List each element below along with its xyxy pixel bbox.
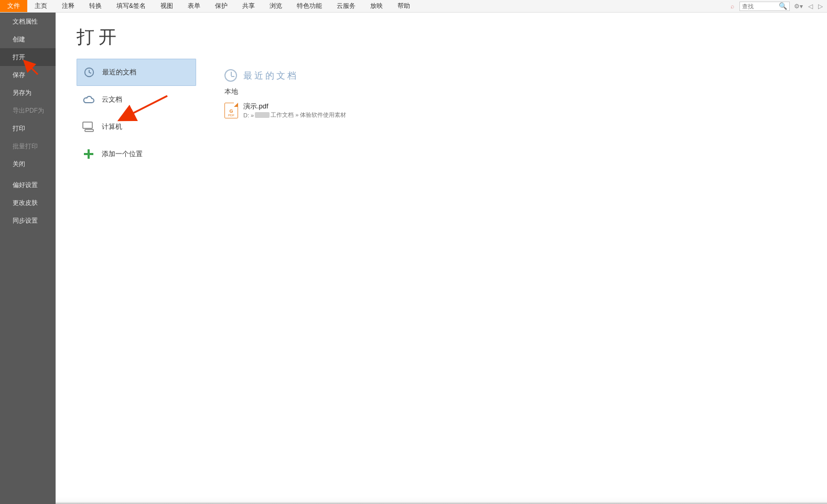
svg-rect-4 bbox=[84, 153, 93, 155]
open-option-computer[interactable]: 计算机 bbox=[77, 113, 196, 140]
open-option-label: 计算机 bbox=[102, 122, 122, 132]
sidebar-item-save-as[interactable]: 另存为 bbox=[0, 84, 56, 102]
local-section-label: 本地 bbox=[224, 87, 811, 96]
menubar-right: ⌕ 🔍 ⚙▾ ◁ ▷ bbox=[728, 0, 827, 12]
nav-prev-icon[interactable]: ◁ bbox=[807, 3, 814, 10]
nav-next-icon[interactable]: ▷ bbox=[817, 3, 824, 10]
svg-rect-2 bbox=[85, 129, 93, 132]
recent-docs-header: 最近的文档 bbox=[243, 70, 298, 82]
menu-tab-home[interactable]: 主页 bbox=[27, 0, 55, 12]
main-area: 文档属性 创建 打开 保存 另存为 导出PDF为 打印 批量打印 关闭 偏好设置… bbox=[0, 13, 827, 504]
clock-icon bbox=[224, 69, 237, 82]
search-box[interactable]: 🔍 bbox=[739, 2, 790, 11]
open-option-label: 最近的文档 bbox=[102, 68, 136, 77]
computer-icon bbox=[82, 120, 95, 134]
sidebar-item-export-pdf[interactable]: 导出PDF为 bbox=[0, 102, 56, 119]
sidebar-item-sync[interactable]: 同步设置 bbox=[0, 212, 56, 229]
open-option-recent[interactable]: 最近的文档 bbox=[77, 59, 196, 86]
sidebar-item-skin[interactable]: 更改皮肤 bbox=[0, 194, 56, 212]
menu-tab-features[interactable]: 特色功能 bbox=[289, 0, 329, 12]
plus-icon bbox=[82, 147, 95, 161]
menu-tab-view[interactable]: 视图 bbox=[153, 0, 180, 12]
sidebar-item-close[interactable]: 关闭 bbox=[0, 155, 56, 173]
search-icon[interactable]: 🔍 bbox=[777, 2, 789, 10]
menu-tab-protect[interactable]: 保护 bbox=[208, 0, 235, 12]
sidebar-item-print[interactable]: 打印 bbox=[0, 119, 56, 137]
menu-tab-cloud[interactable]: 云服务 bbox=[329, 0, 363, 12]
bottom-edge bbox=[56, 497, 827, 504]
open-option-cloud[interactable]: 云文档 bbox=[77, 86, 196, 113]
menu-tab-annotate[interactable]: 注释 bbox=[55, 0, 82, 12]
open-option-label: 云文档 bbox=[102, 95, 122, 104]
recent-documents-panel: 最近的文档 本地 GPDF 演示.pdf D: » 工作文档 » 体验软件使用素… bbox=[209, 13, 827, 504]
sidebar-item-open[interactable]: 打开 bbox=[0, 48, 56, 66]
search-input[interactable] bbox=[740, 2, 777, 10]
find-icon[interactable]: ⌕ bbox=[728, 3, 736, 10]
menu-tab-share[interactable]: 共享 bbox=[235, 0, 262, 12]
sidebar-item-batch-print[interactable]: 批量打印 bbox=[0, 137, 56, 155]
menu-tab-slideshow[interactable]: 放映 bbox=[363, 0, 390, 12]
open-options-column: 打开 最近的文档 云文档 计算机 bbox=[56, 13, 209, 504]
open-option-label: 添加一个位置 bbox=[102, 149, 143, 159]
top-menubar: 文件 主页 注释 转换 填写&签名 视图 表单 保护 共享 浏览 特色功能 云服… bbox=[0, 0, 827, 13]
sidebar-item-create[interactable]: 创建 bbox=[0, 30, 56, 48]
menu-tab-file[interactable]: 文件 bbox=[0, 0, 27, 12]
svg-rect-1 bbox=[83, 122, 92, 128]
gear-icon[interactable]: ⚙▾ bbox=[793, 3, 804, 10]
page-title: 打开 bbox=[77, 25, 196, 49]
menu-tab-convert[interactable]: 转换 bbox=[82, 0, 109, 12]
sidebar-item-preferences[interactable]: 偏好设置 bbox=[0, 176, 56, 194]
cloud-icon bbox=[82, 93, 95, 106]
menu-tab-fill-sign[interactable]: 填写&签名 bbox=[109, 0, 153, 12]
open-option-add-location[interactable]: 添加一个位置 bbox=[77, 140, 196, 168]
file-path: D: » 工作文档 » 体验软件使用素材 bbox=[243, 111, 346, 119]
file-sidebar: 文档属性 创建 打开 保存 另存为 导出PDF为 打印 批量打印 关闭 偏好设置… bbox=[0, 13, 56, 504]
file-name: 演示.pdf bbox=[243, 102, 346, 111]
menu-tab-form[interactable]: 表单 bbox=[180, 0, 208, 12]
menu-tab-help[interactable]: 帮助 bbox=[390, 0, 417, 12]
menu-tab-browse[interactable]: 浏览 bbox=[262, 0, 289, 12]
pdf-file-icon: GPDF bbox=[224, 103, 238, 118]
redacted-segment bbox=[255, 112, 270, 118]
sidebar-item-doc-props[interactable]: 文档属性 bbox=[0, 13, 56, 30]
sidebar-item-save[interactable]: 保存 bbox=[0, 66, 56, 84]
clock-icon bbox=[82, 65, 96, 79]
recent-file-row[interactable]: GPDF 演示.pdf D: » 工作文档 » 体验软件使用素材 bbox=[224, 100, 811, 121]
